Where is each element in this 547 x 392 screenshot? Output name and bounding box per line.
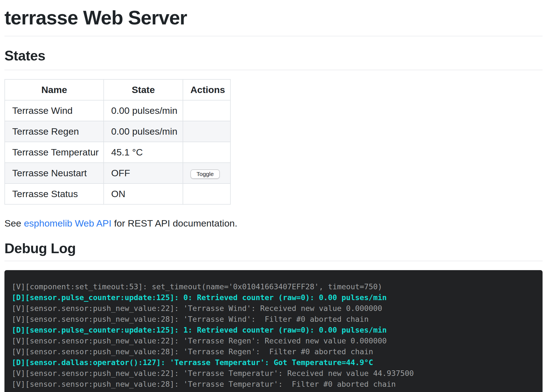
cell-state: 0.00 pulses/min	[104, 100, 183, 121]
divider	[4, 36, 543, 36]
cell-actions	[183, 184, 230, 204]
log-line: [V][sensor.sensor:push_new_value:22]: 'T…	[12, 303, 534, 314]
states-table: Name State Actions Terrasse Wind 0.00 pu…	[4, 79, 231, 205]
states-section-heading: States	[4, 47, 543, 64]
cell-state: 0.00 pulses/min	[104, 121, 183, 142]
cell-state: OFF	[104, 163, 183, 184]
table-row: Terrasse Regen 0.00 pulses/min	[5, 121, 230, 142]
esphomelib-web-api-link[interactable]: esphomelib Web API	[24, 218, 111, 228]
cell-state: ON	[104, 184, 183, 204]
cell-actions	[183, 121, 230, 142]
log-line: [D][sensor.pulse_counter:update:125]: 1:…	[12, 325, 534, 335]
divider	[4, 70, 543, 70]
log-line: [V][sensor.sensor:push_new_value:28]: 'T…	[12, 346, 534, 357]
api-note-suffix: for REST API documentation.	[111, 218, 237, 228]
table-row: Terrasse Temperatur 45.1 °C	[5, 142, 230, 163]
cell-name: Terrasse Regen	[5, 121, 104, 142]
api-note: See esphomelib Web API for REST API docu…	[4, 217, 543, 229]
log-line: [D][sensor.dallas:operator():127]: 'Terr…	[12, 357, 534, 368]
table-row: Terrasse Wind 0.00 pulses/min	[5, 100, 230, 121]
log-line: [V][sensor.sensor:push_new_value:22]: 'T…	[12, 335, 534, 346]
log-line: [V][sensor.sensor:push_new_value:28]: 'T…	[12, 314, 534, 325]
toggle-button[interactable]: Toggle	[190, 169, 220, 179]
table-header-row: Name State Actions	[5, 79, 230, 100]
cell-actions	[183, 100, 230, 121]
column-header-state: State	[104, 79, 183, 100]
table-row: Terrasse Neustart OFF Toggle	[5, 163, 230, 184]
cell-name: Terrasse Status	[5, 184, 104, 204]
cell-state: 45.1 °C	[104, 142, 183, 163]
column-header-actions: Actions	[183, 79, 230, 100]
cell-name: Terrasse Neustart	[5, 163, 104, 184]
table-row: Terrasse Status ON	[5, 184, 230, 204]
log-line: [V][sensor.sensor:push_new_value:22]: 'T…	[12, 368, 534, 379]
cell-name: Terrasse Wind	[5, 100, 104, 121]
cell-actions	[183, 142, 230, 163]
log-line: [V][component:set_timeout:53]: set_timeo…	[12, 281, 534, 292]
debug-log-panel: [V][component:set_timeout:53]: set_timeo…	[4, 270, 543, 392]
page-title: terrasse Web Server	[4, 7, 543, 29]
column-header-name: Name	[5, 79, 104, 100]
cell-actions: Toggle	[183, 163, 230, 184]
debug-log-section-heading: Debug Log	[4, 240, 543, 257]
api-note-prefix: See	[4, 218, 24, 228]
log-line: [D][sensor.pulse_counter:update:125]: 0:…	[12, 292, 534, 303]
cell-name: Terrasse Temperatur	[5, 142, 104, 163]
log-line: [V][sensor.sensor:push_new_value:28]: 'T…	[12, 379, 534, 390]
divider	[4, 261, 543, 261]
